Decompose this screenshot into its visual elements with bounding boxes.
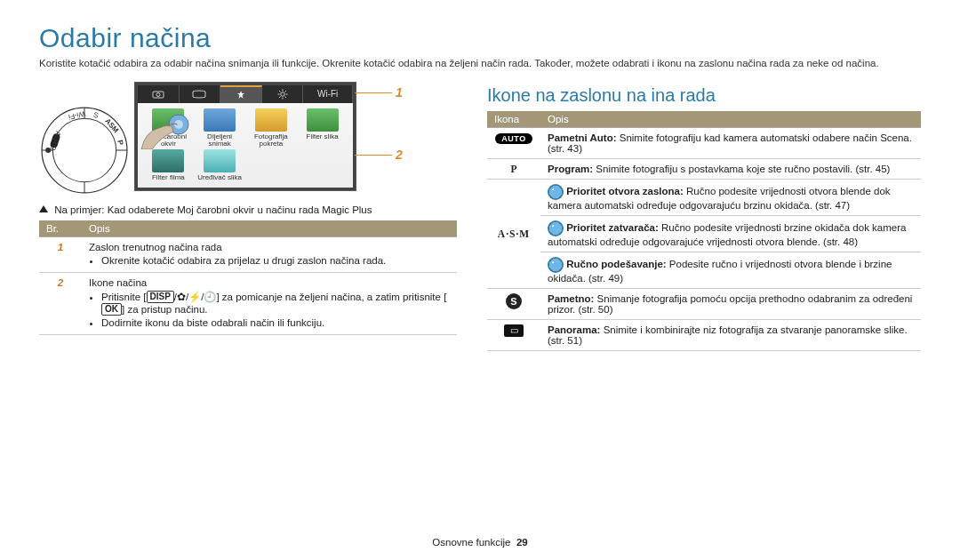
- screen-tile: Uređivač slika: [196, 149, 244, 181]
- table-row: ▭ Panorama: Snimite i kombinirajte niz f…: [487, 319, 921, 350]
- col-header-num: Br.: [39, 220, 82, 237]
- mode-dial-illustration: S ASM P AUTO Wi-Fi: [39, 105, 130, 196]
- row-bullet: Okrenite kotačić odabira za prijelaz u d…: [101, 255, 450, 266]
- screen-tile: Filter slika: [299, 108, 346, 148]
- svg-point-25: [174, 120, 183, 129]
- flower-macro-icon: /✿: [174, 292, 186, 302]
- svg-point-14: [156, 92, 160, 96]
- tile-label: Dijeljeni snimak: [196, 133, 244, 148]
- triangle-up-icon: [39, 205, 48, 212]
- row-text: Snimite i kombinirajte niz fotografija z…: [548, 324, 908, 346]
- tab-panorama-icon: [180, 85, 221, 103]
- ok-key-icon: OK: [101, 303, 122, 316]
- svg-line-23: [284, 96, 286, 98]
- section-subheading: Ikone na zaslonu na ina rada: [487, 85, 921, 106]
- smart-scene-icon: S: [506, 293, 522, 309]
- left-column: S ASM P AUTO Wi-Fi 1 2: [39, 82, 457, 351]
- footer-page-number: 29: [516, 537, 528, 548]
- timer-icon-glyph: /🕘: [201, 292, 216, 302]
- table-row: A·S·M Prioritet otvora zaslona: Ručno po…: [487, 179, 921, 215]
- right-column: Ikone na zaslonu na ina rada Ikona Opis …: [487, 82, 921, 351]
- tile-label: Uređivač slika: [197, 174, 242, 181]
- svg-line-20: [279, 91, 281, 92]
- disp-key-icon: DISP: [147, 291, 174, 303]
- example-note: Na primjer: Kad odaberete Moj čarobni ok…: [39, 204, 457, 215]
- row-title: Zaslon trenutnog načina rada: [89, 242, 222, 252]
- screen-illustration: 1 2: [134, 82, 356, 191]
- row-lead: Panorama:: [548, 324, 600, 335]
- program-mode-icon: P: [510, 164, 516, 174]
- pointing-hand-icon: [140, 114, 193, 149]
- row-lead: Pametni Auto:: [548, 132, 617, 143]
- row-bullet: Dodirnite ikonu da biste odabrali način …: [101, 317, 450, 328]
- tab-camera-icon: [138, 85, 180, 103]
- col-header-desc: Opis: [540, 111, 921, 128]
- tab-gear-icon: [262, 85, 304, 103]
- footer-section-label: Osnovne funkcije: [432, 537, 510, 548]
- row-text: Snimanje fotografija pomoću opcija preth…: [548, 293, 912, 315]
- tile-label: Filter slika: [307, 133, 339, 140]
- row-title: Ikone načina: [89, 277, 147, 288]
- col-header-icon: Ikona: [487, 111, 540, 128]
- table-row: P Program: Snimite fotografiju s postavk…: [487, 158, 921, 179]
- text-fragment: ] za pristup načinu.: [122, 304, 208, 315]
- mode-icon-table: Ikona Opis AUTO Pametni Auto: Snimite fo…: [487, 111, 921, 351]
- callout-1-label: 1: [396, 85, 403, 100]
- callout-2-label: 2: [396, 148, 403, 162]
- tab-magic-icon: [220, 85, 262, 103]
- table-row: Ručno podešavanje: Podesite ručno i vrij…: [487, 252, 921, 288]
- svg-point-15: [280, 92, 284, 95]
- table-row: Prioritet zatvarača: Ručno podesite vrij…: [487, 215, 921, 252]
- auto-mode-icon: AUTO: [495, 133, 532, 144]
- row-bullet: Pritisnite [DISP/✿/⚡/🕘] za pomicanje na …: [101, 291, 450, 316]
- row-lead: Pametno:: [548, 293, 594, 304]
- page-title: Odabir načina: [39, 23, 921, 53]
- table-row: 1 Zaslon trenutnog načina rada Okrenite …: [39, 236, 457, 272]
- manual-mode-icon: [548, 257, 564, 273]
- table-row: S Pametno: Snimanje fotografija pomoću o…: [487, 288, 921, 319]
- shutter-priority-icon: [548, 220, 564, 236]
- table-row: 2 Ikone načina Pritisnite [DISP/✿/⚡/🕘] z…: [39, 272, 457, 334]
- intro-paragraph: Koristite kotačić odabira za odabir nači…: [39, 57, 921, 71]
- screen-tabbar: Wi-Fi: [138, 85, 353, 103]
- svg-line-21: [284, 91, 286, 92]
- row-index: 2: [58, 277, 63, 288]
- text-fragment: Pritisnite [: [101, 292, 147, 302]
- row-lead: Prioritet otvora zaslona:: [566, 186, 684, 196]
- example-note-text: Na primjer: Kad odaberete Moj čarobni ok…: [54, 204, 372, 215]
- table-row: AUTO Pametni Auto: Snimite fotografiju k…: [487, 127, 921, 158]
- aperture-priority-icon: [548, 184, 564, 200]
- text-fragment: ] za pomicanje na željeni načina, a zati…: [216, 292, 446, 302]
- screen-tile: Filter filma: [145, 149, 192, 181]
- screen-tile: Dijeljeni snimak: [196, 108, 244, 148]
- flash-icon-glyph: /⚡: [186, 292, 201, 302]
- row-lead: Prioritet zatvarača:: [566, 222, 659, 233]
- page-footer: Osnovne funkcije 29: [0, 537, 960, 548]
- asm-mode-icon: A·S·M: [498, 228, 530, 239]
- row-text: Snimite fotografiju s postavkama koje st…: [593, 164, 890, 174]
- col-header-desc: Opis: [82, 220, 457, 237]
- tile-label: Filter filma: [152, 174, 185, 181]
- row-index: 1: [58, 242, 63, 252]
- row-lead: Ručno podešavanje:: [566, 259, 666, 269]
- screen-tile: Fotografija pokreta: [248, 108, 295, 148]
- svg-line-22: [279, 96, 281, 98]
- panorama-mode-icon: ▭: [504, 324, 524, 337]
- tile-label: Fotografija pokreta: [248, 133, 295, 148]
- row-lead: Program:: [548, 164, 593, 174]
- tab-wifi-label: Wi-Fi: [303, 85, 353, 103]
- callout-table: Br. Opis 1 Zaslon trenutnog načina rada …: [39, 220, 457, 335]
